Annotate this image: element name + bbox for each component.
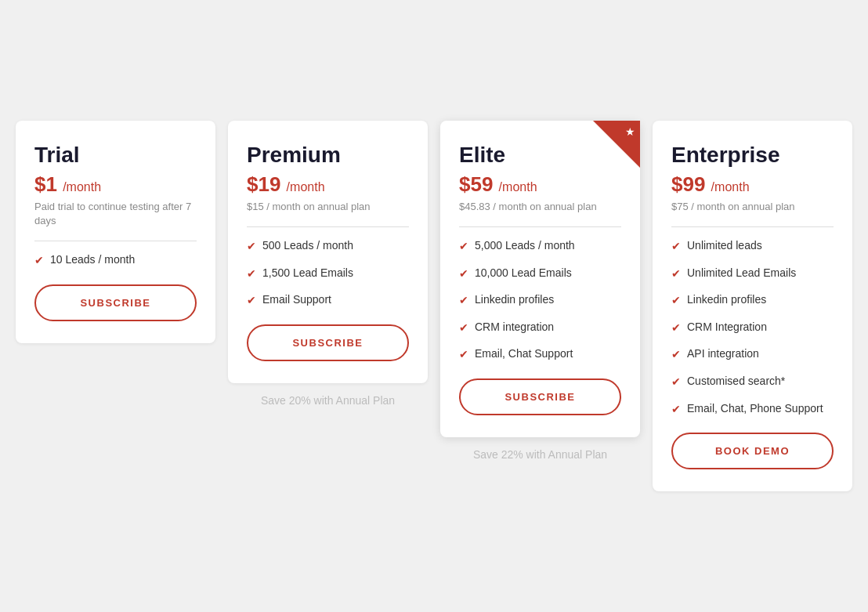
plan-wrapper-premium: Premium$19 /month$15 / month on annual p…: [228, 121, 428, 407]
save-note-elite: Save 22% with Annual Plan: [473, 448, 607, 461]
feature-text: 10 Leads / month: [50, 252, 135, 268]
check-icon: ✔: [459, 239, 468, 255]
feature-text: CRM Integration: [687, 320, 767, 335]
plan-wrapper-elite: ★Elite$59 /month$45.83 / month on annual…: [440, 121, 640, 461]
save-note-premium: Save 20% with Annual Plan: [261, 394, 395, 407]
feature-list-enterprise: ✔Unlimited leads✔Unlimited Lead Emails✔L…: [671, 238, 834, 417]
feature-text: Email Support: [262, 292, 331, 308]
check-icon: ✔: [671, 266, 681, 282]
plan-card-elite: ★Elite$59 /month$45.83 / month on annual…: [440, 121, 640, 437]
trial-subscribe-button[interactable]: SUBSCRIBE: [34, 284, 197, 321]
feature-item: ✔Email, Chat Support: [459, 346, 621, 363]
feature-item: ✔Email, Chat, Phone Support: [671, 401, 834, 418]
feature-item: ✔500 Leads / month: [247, 238, 409, 255]
enterprise-subscribe-button[interactable]: BOOK DEMO: [671, 433, 834, 469]
feature-item: ✔CRM Integration: [671, 320, 834, 336]
plan-subtitle-premium: $15 / month on annual plan: [247, 200, 409, 214]
check-icon: ✔: [247, 266, 256, 282]
plan-card-trial: Trial$1 /monthPaid trial to continue tes…: [16, 121, 215, 343]
check-icon: ✔: [671, 375, 681, 390]
pricing-container: Trial$1 /monthPaid trial to continue tes…: [16, 121, 852, 491]
divider-premium: [247, 226, 409, 227]
plan-price-premium: $19 /month: [247, 172, 409, 197]
plan-card-premium: Premium$19 /month$15 / month on annual p…: [228, 121, 428, 383]
plan-price-elite: $59 /month: [459, 172, 621, 197]
divider-trial: [34, 241, 197, 241]
feature-list-trial: ✔10 Leads / month: [34, 252, 197, 269]
divider-enterprise: [671, 226, 834, 227]
feature-text: Linkedin profiles: [475, 292, 554, 308]
feature-list-elite: ✔5,000 Leads / month✔10,000 Lead Emails✔…: [459, 238, 621, 363]
check-icon: ✔: [671, 320, 681, 336]
check-icon: ✔: [34, 253, 44, 269]
feature-text: Unlimited leads: [687, 238, 762, 254]
feature-text: Unlimited Lead Emails: [687, 266, 796, 281]
plan-wrapper-trial: Trial$1 /monthPaid trial to continue tes…: [16, 121, 215, 343]
plan-name-premium: Premium: [247, 143, 409, 168]
feature-item: ✔5,000 Leads / month: [459, 238, 621, 255]
feature-item: ✔1,500 Lead Emails: [247, 266, 409, 282]
check-icon: ✔: [459, 293, 468, 309]
feature-item: ✔Email Support: [247, 292, 409, 309]
feature-item: ✔10 Leads / month: [34, 252, 197, 269]
check-icon: ✔: [671, 293, 681, 309]
feature-item: ✔Customised search*: [671, 374, 834, 390]
feature-item: ✔CRM integration: [459, 320, 621, 336]
check-icon: ✔: [459, 266, 468, 282]
plan-subtitle-trial: Paid trial to continue testing after 7 d…: [34, 200, 197, 228]
feature-item: ✔Linkedin profiles: [459, 292, 621, 309]
feature-text: CRM integration: [475, 320, 554, 335]
feature-item: ✔Unlimited Lead Emails: [671, 266, 834, 282]
check-icon: ✔: [247, 239, 256, 255]
check-icon: ✔: [671, 239, 681, 255]
plan-name-enterprise: Enterprise: [671, 143, 834, 168]
feature-text: Email, Chat Support: [475, 346, 573, 362]
plan-subtitle-elite: $45.83 / month on annual plan: [459, 200, 621, 214]
check-icon: ✔: [671, 402, 681, 418]
feature-item: ✔Linkedin profiles: [671, 292, 834, 309]
feature-text: 5,000 Leads / month: [475, 238, 575, 254]
plan-price-trial: $1 /month: [34, 172, 197, 197]
plan-wrapper-enterprise: Enterprise$99 /month$75 / month on annua…: [653, 121, 852, 491]
plan-price-enterprise: $99 /month: [671, 172, 834, 197]
feature-text: Linkedin profiles: [687, 292, 766, 308]
premium-subscribe-button[interactable]: SUBSCRIBE: [247, 324, 409, 361]
feature-text: 500 Leads / month: [262, 238, 353, 254]
check-icon: ✔: [671, 347, 681, 363]
ribbon-star-icon: ★: [625, 125, 635, 138]
feature-list-premium: ✔500 Leads / month✔1,500 Lead Emails✔Ema…: [247, 238, 409, 309]
feature-text: 1,500 Lead Emails: [262, 266, 353, 281]
plan-name-trial: Trial: [34, 143, 197, 168]
check-icon: ✔: [247, 293, 256, 309]
feature-item: ✔10,000 Lead Emails: [459, 266, 621, 282]
elite-subscribe-button[interactable]: SUBSCRIBE: [459, 378, 621, 415]
plan-subtitle-enterprise: $75 / month on annual plan: [671, 200, 834, 214]
feature-text: 10,000 Lead Emails: [475, 266, 572, 281]
check-icon: ✔: [459, 320, 468, 336]
check-icon: ✔: [459, 347, 468, 363]
feature-item: ✔Unlimited leads: [671, 238, 834, 255]
divider-elite: [459, 226, 621, 227]
feature-text: Email, Chat, Phone Support: [687, 401, 823, 417]
plan-card-enterprise: Enterprise$99 /month$75 / month on annua…: [653, 121, 852, 491]
feature-text: API integration: [687, 346, 759, 362]
feature-item: ✔API integration: [671, 346, 834, 363]
feature-text: Customised search*: [687, 374, 785, 389]
